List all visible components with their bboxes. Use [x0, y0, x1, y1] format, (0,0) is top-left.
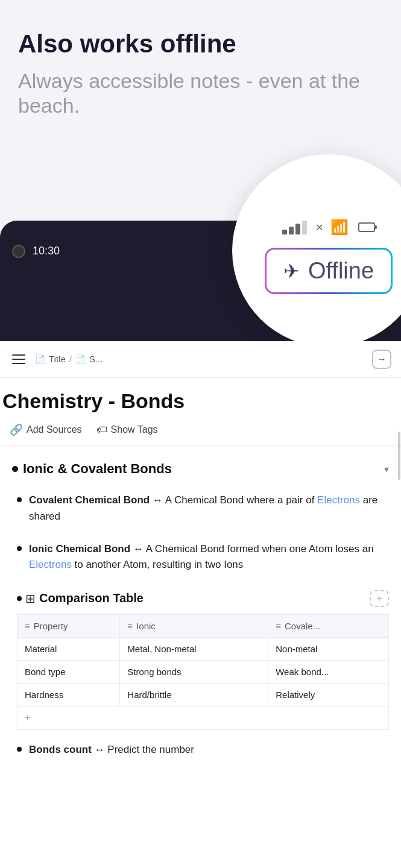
device-area: 10:30 ✕ 📶 ✈ Offline	[0, 136, 401, 341]
bonds-count-text: Bonds count ↔ Predict the number	[29, 742, 194, 758]
covalent-arrow: ↔	[153, 494, 163, 506]
status-time: 10:30	[12, 245, 60, 258]
cell-hardness-covalent: Relatively	[268, 683, 389, 706]
page-title-section: Chemistry - Bonds	[0, 378, 401, 417]
bonds-bullet	[17, 747, 22, 752]
page-title: Chemistry - Bonds	[2, 390, 391, 412]
cell-material-property: Material	[17, 637, 120, 660]
comparison-table: ≡Property ≡Ionic ≡Covale... Material Met…	[17, 614, 389, 706]
hamburger-line-2	[12, 359, 25, 360]
add-column-button[interactable]: +	[370, 590, 389, 607]
nav-separator: /	[69, 354, 72, 364]
col-icon-covalent: ≡	[276, 621, 281, 631]
cell-hardness-ionic: Hard/brittle	[120, 683, 268, 706]
table-row: Material Metal, Non-metal Non-metal	[17, 637, 389, 660]
list-item: Ionic Chemical Bond ↔ A Chemical Bond fo…	[2, 536, 399, 578]
bonds-count-description: Predict the number	[107, 744, 194, 755]
col-header-covalent: ≡Covale...	[268, 614, 389, 637]
table-header-row: ⊞ Comparison Table +	[17, 590, 389, 607]
hamburger-line-1	[12, 354, 25, 356]
col-header-property: ≡Property	[17, 614, 120, 637]
promo-section: Also works offline Always accessible not…	[0, 0, 401, 136]
signal-bars	[282, 221, 307, 234]
covalent-bond-title: Covalent Chemical Bond	[29, 494, 150, 506]
wifi-icon: 📶	[330, 219, 349, 236]
signal-x-icon: ✕	[315, 222, 323, 233]
nav-segment-1: Title	[49, 354, 66, 364]
add-sources-button[interactable]: 🔗 Add Sources	[10, 423, 82, 436]
covalent-bond-text: Covalent Chemical Bond ↔ A Chemical Bond…	[29, 492, 389, 524]
nav-action-button[interactable]: →	[372, 350, 391, 369]
list-bullet	[17, 497, 22, 502]
table-bullet	[17, 596, 22, 601]
col-icon-property: ≡	[25, 621, 30, 631]
actions-row: 🔗 Add Sources 🏷 Show Tags	[0, 417, 401, 445]
hamburger-menu[interactable]	[10, 352, 28, 366]
add-sources-label: Add Sources	[27, 424, 82, 435]
comparison-table-title: Comparison Table	[39, 591, 144, 605]
airplane-icon: ✈	[283, 260, 300, 283]
promo-title: Also works offline	[18, 30, 383, 58]
ionic-text-before: A Chemical Bond formed when one Atom los…	[146, 543, 374, 555]
signal-bar-1	[282, 230, 287, 234]
bonds-count-arrow: ↔	[95, 744, 108, 755]
bonds-count-item: Bonds count ↔ Predict the number	[2, 735, 399, 763]
nav-doc-icon-2: 📄	[75, 354, 86, 364]
signal-area: ✕ 📶	[282, 219, 375, 236]
section-title: Ionic & Covalent Bonds	[23, 461, 378, 477]
list-bullet	[17, 546, 22, 551]
magnifier-overlay: ✕ 📶 ✈ Offline	[232, 154, 401, 341]
section-dropdown-icon[interactable]: ▾	[384, 464, 389, 475]
cell-hardness-property: Hardness	[17, 683, 120, 706]
table-row: Bond type Strong bonds Weak bond...	[17, 660, 389, 683]
nav-doc-icon-1: 📄	[35, 354, 45, 364]
nav-bar: 📄 Title / 📄 S... →	[0, 341, 401, 378]
cell-bondtype-covalent: Weak bond...	[268, 660, 389, 683]
tag-icon: 🏷	[96, 424, 107, 436]
covalent-link[interactable]: Electrons	[317, 494, 360, 506]
table-section: ⊞ Comparison Table + ≡Property ≡Ionic ≡C…	[2, 585, 399, 735]
nav-action-icon: →	[377, 354, 387, 365]
content-body: Ionic & Covalent Bonds ▾ Covalent Chemic…	[0, 445, 401, 772]
cell-material-covalent: Non-metal	[268, 637, 389, 660]
scrollbar-thumb[interactable]	[398, 432, 400, 480]
col-icon-ionic: ≡	[127, 621, 133, 631]
cell-bondtype-ionic: Strong bonds	[120, 660, 268, 683]
plus-icon: +	[376, 593, 382, 604]
bonds-count-label: Bonds count	[29, 744, 92, 755]
section-header: Ionic & Covalent Bonds ▾	[2, 455, 399, 483]
offline-label: Offline	[308, 258, 374, 284]
signal-bar-3	[295, 224, 300, 234]
section-bullet	[12, 466, 18, 472]
camera-icon	[12, 245, 25, 258]
table-row: Hardness Hard/brittle Relatively	[17, 683, 389, 706]
add-row-icon: +	[25, 712, 30, 723]
ionic-bond-text: Ionic Chemical Bond ↔ A Chemical Bond fo…	[29, 541, 389, 573]
battery-icon	[358, 222, 375, 232]
ionic-link[interactable]: Electrons	[29, 559, 72, 570]
show-tags-label: Show Tags	[111, 424, 158, 435]
cell-material-ionic: Metal, Non-metal	[120, 637, 268, 660]
table-grid-icon: ⊞	[25, 591, 36, 606]
offline-badge-wrapper: ✈ Offline	[265, 248, 393, 294]
list-item: Covalent Chemical Bond ↔ A Chemical Bond…	[2, 488, 399, 529]
covalent-text-before: A Chemical Bond where a pair of	[165, 494, 317, 506]
offline-badge: ✈ Offline	[267, 250, 391, 292]
link-icon: 🔗	[10, 423, 23, 436]
ionic-text-after: to another Atom, resulting in two Ions	[72, 559, 243, 570]
add-row-button[interactable]: +	[17, 706, 389, 730]
breadcrumb: 📄 Title / 📄 S...	[35, 354, 365, 364]
col-header-ionic: ≡Ionic	[120, 614, 268, 637]
app-content: 📄 Title / 📄 S... → Chemistry - Bonds 🔗 A…	[0, 341, 401, 868]
cell-bondtype-property: Bond type	[17, 660, 120, 683]
signal-bar-4	[302, 221, 307, 234]
scrollbar-track[interactable]	[397, 341, 401, 868]
hamburger-line-3	[12, 363, 25, 364]
ionic-arrow: ↔	[133, 543, 144, 555]
promo-subtitle: Always accessible notes - even at the be…	[18, 69, 383, 118]
signal-bar-2	[289, 227, 294, 234]
ionic-bond-title: Ionic Chemical Bond	[29, 543, 130, 555]
nav-segment-2: S...	[89, 354, 103, 364]
show-tags-button[interactable]: 🏷 Show Tags	[96, 424, 158, 436]
